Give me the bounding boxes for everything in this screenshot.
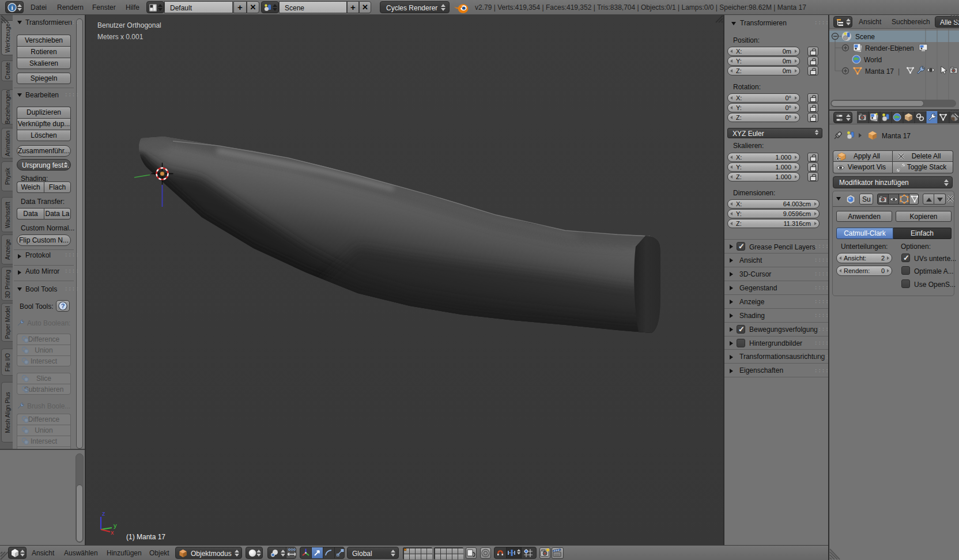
svg-text:Manta 17: Manta 17 [865,67,894,75]
svg-text:Render-Ebenen: Render-Ebenen [865,44,914,52]
svg-text:|: | [898,44,900,52]
svg-text:x: x [111,529,114,536]
svg-text:World: World [864,56,882,64]
svg-text:i: i [11,4,13,11]
svg-text:z: z [102,510,105,517]
svg-text:?: ? [61,302,65,309]
svg-text:|: | [898,67,900,75]
svg-text:y: y [114,522,117,529]
